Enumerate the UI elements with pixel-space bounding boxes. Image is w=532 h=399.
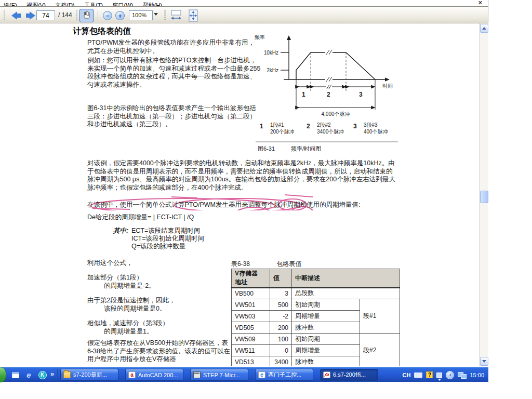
legend-pulses-1: 200个脉冲 [270, 129, 295, 135]
taskbar: e K » s7-200最新... a AutoCAD 200... STEP … [0, 367, 488, 382]
where-line-2: ICT=该段初始化周期时间 [131, 235, 204, 243]
chevron-down-icon [482, 360, 486, 363]
figure-seg-3: 3 [359, 91, 363, 98]
task-button-siemens-ie[interactable]: e 西门子工控... [255, 369, 313, 381]
menu-item-view[interactable]: 视图(V) [23, 2, 49, 7]
table-header-row: V存储器 地址 值 中断描述 [232, 269, 400, 288]
paragraph-2: 例如：您可以用带有脉冲包络的PTO来控制一台步进电机，来实现一个简单的加速、匀速… [87, 57, 261, 89]
autocad-icon: a [128, 371, 136, 378]
figure-y-axis-label: 频率 [255, 34, 265, 40]
toolbar-grip[interactable] [4, 10, 5, 20]
figure-seg-1: 1 [302, 91, 305, 98]
pdf-page[interactable]: 计算包络表的值 PTO/PWM发生器的多段管线功能在许多应用中非常有用，尤其在步… [0, 23, 479, 366]
legend-seg-1: 1段#1 [270, 122, 284, 128]
table-row: VB500 3 总段数 [232, 288, 400, 299]
quick-launch-window-icon[interactable] [10, 370, 20, 380]
safely-remove-icon[interactable] [436, 373, 442, 378]
paragraph-7: 假定包络表存放在从VB500开始的V存储器区，表6-38给出了产生所要求波形的值… [87, 339, 231, 364]
zoom-level-select[interactable]: 100% [129, 10, 153, 20]
segment3-line2: 的周期增量是1。 [104, 328, 153, 336]
taskbar-separator [57, 369, 58, 381]
scrollbar-thumb[interactable] [480, 191, 488, 203]
fit-width-button[interactable] [169, 9, 183, 22]
quick-launch-ie-icon[interactable]: e [24, 370, 34, 380]
language-indicator[interactable]: CH [403, 372, 411, 378]
toolbar: / 144 − + 100% [0, 7, 488, 23]
scroll-down-button[interactable] [480, 357, 488, 366]
task-button-pdf-active[interactable]: 6.s7-200指... [320, 369, 378, 381]
hide-icons-chevron[interactable]: ‹ [446, 371, 454, 379]
figure-total-pulses: 4,000个脉冲 [321, 111, 350, 117]
menu-item-edit[interactable]: 辑(E) [0, 2, 21, 7]
close-icon[interactable]: ✕ [478, 0, 483, 6]
envelope-table: V存储器 地址 值 中断描述 VB500 3 总段数 VW501 500 初始周… [231, 269, 400, 366]
doc-title: 计算包络表的值 [73, 27, 131, 35]
menu-bar: 辑(E) 视图(V) 文档(D) 工具(T) 窗口(W) 帮助(H) ✕ [0, 0, 488, 7]
toolbar-grip[interactable] [76, 10, 77, 20]
hand-tool-button[interactable] [79, 9, 94, 22]
clock: 15:00 [470, 372, 484, 378]
arrow-left-icon [11, 11, 21, 20]
task-button-step7[interactable]: STEP 7-Micr... [190, 369, 248, 381]
previous-page-button[interactable] [9, 9, 23, 22]
legend-pulses-3: 400个脉冲 [364, 129, 388, 135]
hand-icon [82, 11, 91, 20]
segment1-line2: 的周期增量是-2。 [104, 282, 155, 290]
fit-width-icon [170, 9, 182, 22]
segment1-line1: 加速部分（第1段） [87, 274, 143, 282]
figure-caption-no: 图6-31 [258, 145, 275, 152]
header-description: 中断描述 [292, 269, 400, 288]
task-button-s7-200-folder[interactable]: s7-200最新... [60, 369, 118, 381]
paragraph-1: PTO/PWM发生器的多段管线功能在许多应用中非常有用，尤其在步进电机控制中。 [87, 39, 261, 55]
internet-explorer-icon: e [258, 371, 265, 378]
step7-icon [193, 371, 201, 378]
folder-icon [63, 371, 71, 378]
menu-item-help[interactable]: 帮助(H) [139, 2, 166, 7]
screen: 辑(E) 视图(V) 文档(D) 工具(T) 窗口(W) 帮助(H) ✕ / 1… [0, 0, 532, 399]
segment3-line1: 相似地，减速部分（第3段） [87, 320, 169, 328]
menu-item-window[interactable]: 窗口(W) [109, 2, 137, 7]
table-row: VW509 100 初始周期 段#2 [232, 334, 400, 345]
legend-seg-3: 3段#3 [364, 122, 378, 128]
menu-item-tools[interactable]: 工具(T) [81, 2, 107, 7]
menu-item-document[interactable]: 文档(D) [51, 2, 78, 7]
chevron-up-icon [482, 27, 486, 30]
table-caption: 表6-38 包络表值 [231, 260, 301, 269]
paragraph-4: 对该例，假定需要4000个脉冲达到要求的电机转动数，启动和结束频率是2kHz，最… [87, 159, 398, 192]
quick-launch-overflow-chevron[interactable]: » [50, 370, 54, 377]
system-tray: CH ? ‹ 15:00 [403, 367, 488, 382]
network-icon[interactable] [458, 372, 466, 378]
vertical-scrollbar[interactable] [479, 23, 488, 366]
ime-help-icon[interactable]: ? [426, 371, 433, 378]
segment2-line2: 该段的周期增量是0。 [104, 305, 166, 313]
arrow-right-icon [26, 11, 35, 20]
legend-seg-2: 2段#2 [317, 122, 331, 128]
figure-seg-2: 2 [327, 91, 330, 98]
figure-tick-10khz: 10kHz [264, 50, 278, 56]
fit-page-button[interactable] [186, 9, 200, 22]
segment-2-cell: 段#2 [360, 334, 400, 367]
frequency-time-figure: 频率 10kHz 2kHz 时间 1 [254, 33, 400, 163]
zoom-in-button[interactable]: + [115, 11, 125, 20]
table-caption-title: 包络表值 [276, 260, 301, 268]
pdf-icon [323, 371, 330, 378]
chevron-down-icon[interactable] [154, 13, 158, 16]
paragraph-3: 图6-31中的示例给出的包络表值要求产生一个输出波形包括三段：步进电机加速（第一… [87, 104, 261, 129]
where-line-3: Q=该段的脉冲数量 [131, 243, 186, 251]
legend-pulses-2: 3400个脉冲 [317, 129, 344, 135]
where-line-1: ECT=该段结束周期时间 [131, 227, 200, 235]
start-button[interactable] [0, 367, 6, 382]
toolbar-grip[interactable] [164, 10, 166, 20]
page-total-label: / 144 [58, 11, 72, 19]
header-address: V存储器 地址 [232, 269, 270, 288]
page-number-input[interactable] [36, 10, 55, 20]
next-page-button[interactable] [24, 9, 37, 22]
quick-launch-k-icon[interactable]: K [37, 370, 47, 380]
legend-num-2: 2 [307, 123, 310, 130]
zoom-out-button[interactable]: − [103, 11, 112, 20]
task-button-autocad[interactable]: a AutoCAD 200... [125, 369, 183, 381]
table-row: VW501 500 初始周期 段#1 [232, 299, 400, 311]
scroll-up-button[interactable] [480, 24, 488, 33]
keyboard-icon[interactable] [414, 373, 422, 378]
fit-page-icon [188, 9, 199, 22]
